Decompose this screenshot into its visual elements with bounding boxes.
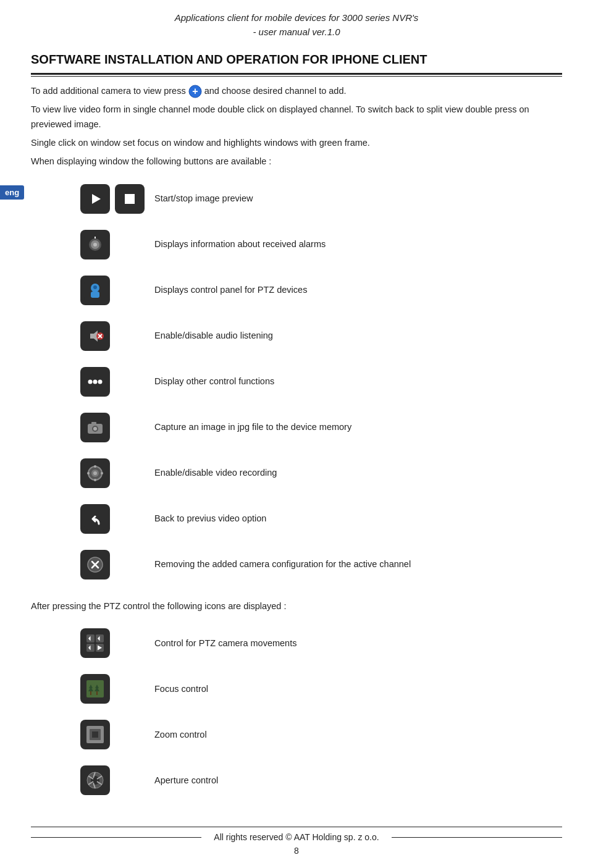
audio-icon [80,321,110,351]
icon-row-focus: Focus control [80,672,562,706]
section-title: SOFTWARE INSTALLATION AND OPERATION FOR … [0,44,593,73]
footer-content: All rights reserved © AAT Holding sp. z … [31,832,562,842]
play-icon [80,184,110,214]
alarm-icon [80,230,110,259]
page-header: Applications client for mobile devices f… [0,0,593,44]
dots-icon [80,367,110,397]
svg-rect-58 [96,691,98,695]
icon-box-remove [80,550,136,579]
footer: All rights reserved © AAT Holding sp. z … [0,819,593,868]
zoom-icon [80,720,110,749]
capture-icon [80,413,110,442]
eng-label: eng [0,185,24,200]
icon-desc-dots: Display other control functions [136,375,274,387]
icon-box-ptz [80,276,136,305]
icon-desc-back: Back to previus video option [136,512,266,525]
ptz-icon [80,276,110,305]
icon-row-record: Enable/disable video recording [80,456,562,491]
icon-desc-focus: Focus control [136,683,208,695]
focus-icon [80,674,110,704]
footer-line-right [392,837,562,838]
intro-p4: When displaying window the following but… [31,154,562,169]
header-line2: - user manual ver.1.0 [253,27,340,37]
remove-icon [80,550,110,579]
top-rule [31,73,562,75]
footer-line-left [31,837,201,838]
icon-box-zoom [80,720,136,749]
after-ptz-text: After pressing the PTZ control the follo… [0,593,593,617]
record-icon [80,458,110,488]
svg-rect-62 [92,731,98,738]
icon-row-ptz: Displays control panel for PTZ devices [80,273,562,308]
icon-row-ptz-arrows: Control for PTZ camera movements [80,626,562,660]
svg-text:+: + [192,86,198,96]
icon-row-audio: Enable/disable audio listening [80,319,562,353]
icon-desc-alarm: Displays information about received alar… [136,238,326,250]
ptz-arrows-icon [80,628,110,658]
icon-desc-record: Enable/disable video recording [136,466,277,479]
footer-rule [31,827,562,827]
svg-point-65 [91,776,99,785]
svg-point-33 [94,465,96,468]
icon-desc-audio: Enable/disable audio listening [136,329,273,342]
icon-box-aperture [80,765,136,795]
ptz-icon-list: Control for PTZ camera movements [0,620,593,798]
icon-desc-ptz-arrows: Control for PTZ camera movements [136,637,296,649]
icon-box-ptz-arrows [80,628,136,658]
svg-point-34 [94,479,96,481]
intro-text: To add additional camera to view press +… [0,77,593,169]
icon-row-play-stop: Start/stop image preview [80,182,562,216]
icon-desc-capture: Capture an image in jpg file to the devi… [136,421,351,433]
aperture-icon [80,765,110,795]
icon-box-back [80,504,136,534]
icon-box-record [80,458,136,488]
svg-rect-28 [91,422,96,424]
svg-point-35 [87,472,90,474]
header-line1: Applications client for mobile devices f… [175,12,419,23]
icon-box-alarm [80,230,136,259]
back-icon [80,504,110,534]
intro-p3: Single click on window set focus on wind… [31,136,562,151]
svg-point-23 [98,379,103,384]
icon-list: Start/stop image preview Displays inform… [0,175,593,582]
icon-row-capture: Capture an image in jpg file to the devi… [80,410,562,445]
icon-box-dots [80,367,136,397]
icon-row-dots: Display other control functions [80,364,562,399]
icon-box-focus [80,674,136,704]
page-number: 8 [31,842,562,856]
icon-desc-play-stop: Start/stop image preview [136,192,253,204]
icon-row-remove: Removing the added camera configuration … [80,547,562,582]
svg-point-22 [93,379,98,384]
intro-p1: To add additional camera to view press +… [31,84,562,99]
svg-rect-57 [90,691,91,695]
svg-rect-52 [86,680,104,697]
svg-rect-13 [91,292,99,298]
footer-text: All rights reserved © AAT Holding sp. z … [214,832,379,842]
play-stop-icons [80,184,145,214]
icon-row-alarm: Displays information about received alar… [80,227,562,262]
icon-box-audio [80,321,136,351]
svg-point-9 [93,243,97,246]
icon-box-capture [80,413,136,442]
svg-point-14 [93,285,97,289]
svg-rect-5 [125,194,135,204]
page-wrapper: Applications client for mobile devices f… [0,0,593,868]
svg-point-27 [93,427,97,431]
icon-desc-aperture: Aperture control [136,774,218,786]
icon-box-play-stop [80,184,136,214]
icon-desc-remove: Removing the added camera configuration … [136,558,411,570]
intro-p2: To view live video form in single channe… [31,103,562,132]
icon-row-zoom: Zoom control [80,717,562,752]
svg-point-21 [88,379,93,384]
icon-row-back: Back to previus video option [80,502,562,536]
svg-point-36 [101,472,103,474]
icon-desc-zoom: Zoom control [136,728,207,741]
svg-point-32 [93,471,97,475]
icon-row-aperture: Aperture control [80,763,562,798]
icon-desc-ptz: Displays control panel for PTZ devices [136,284,307,296]
